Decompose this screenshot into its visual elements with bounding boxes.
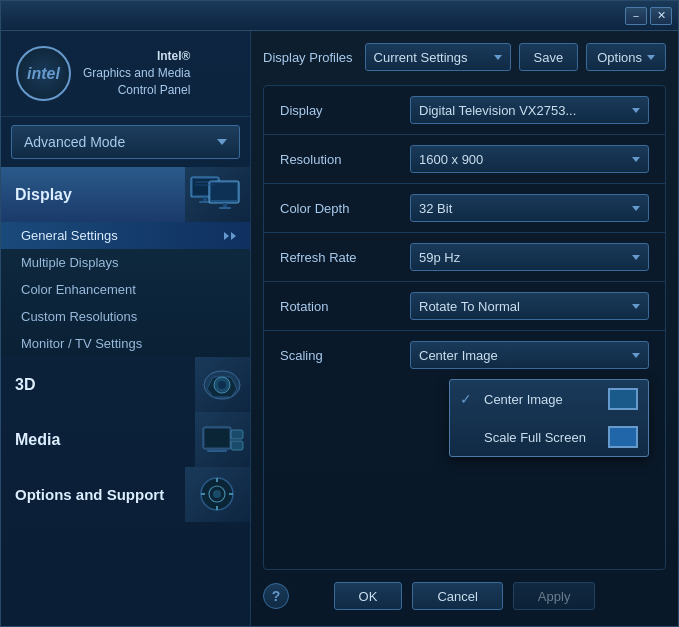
resolution-select[interactable]: 1600 x 900 — [410, 145, 649, 173]
display-control: Digital Television VX2753... — [410, 96, 649, 124]
options-label: Options and Support — [1, 474, 185, 515]
minimize-button[interactable]: − — [625, 7, 647, 25]
scaling-select[interactable]: Center Image — [410, 341, 649, 369]
multiple-displays-label: Multiple Displays — [21, 255, 119, 270]
center-image-label: Center Image — [484, 392, 600, 407]
scaling-option-fullscreen[interactable]: ✓ Scale Full Screen — [450, 418, 648, 456]
svg-rect-16 — [231, 441, 243, 450]
refresh-rate-select[interactable]: 59p Hz — [410, 243, 649, 271]
display-value: Digital Television VX2753... — [419, 103, 576, 118]
scaling-row: Scaling Center Image ✓ Center Image — [264, 331, 665, 379]
svg-rect-5 — [211, 183, 237, 200]
custom-resolutions-label: Custom Resolutions — [21, 309, 137, 324]
advanced-mode-arrow-icon — [217, 139, 227, 145]
subnav-general-settings[interactable]: General Settings — [1, 222, 250, 249]
main-window: − ✕ intel Intel® Graphics and Media Cont… — [0, 0, 679, 627]
svg-rect-17 — [207, 450, 227, 452]
brand-line1: Intel® — [83, 48, 190, 65]
current-settings-arrow-icon — [494, 55, 502, 60]
options-arrow-icon — [647, 55, 655, 60]
subnav-monitor-settings[interactable]: Monitor / TV Settings — [1, 330, 250, 357]
svg-rect-8 — [223, 203, 227, 207]
profiles-bar: Display Profiles Current Settings Save O… — [263, 43, 666, 71]
general-settings-label: General Settings — [21, 228, 118, 243]
logo-area: intel Intel® Graphics and Media Control … — [1, 31, 250, 117]
title-bar: − ✕ — [1, 1, 678, 31]
options-button-label: Options — [597, 50, 642, 65]
current-settings-dropdown[interactable]: Current Settings — [365, 43, 511, 71]
resolution-row: Resolution 1600 x 900 — [264, 135, 665, 184]
nav-item-display[interactable]: Display — [1, 167, 250, 222]
scaling-row-label: Scaling — [280, 348, 410, 363]
svg-rect-15 — [231, 430, 243, 439]
close-button[interactable]: ✕ — [650, 7, 672, 25]
scaling-option-center[interactable]: ✓ Center Image — [450, 380, 648, 418]
color-depth-control: 32 Bit — [410, 194, 649, 222]
color-depth-value: 32 Bit — [419, 201, 452, 216]
center-image-preview — [608, 388, 638, 410]
rotation-select[interactable]: Rotate To Normal — [410, 292, 649, 320]
subnav-custom-resolutions[interactable]: Custom Resolutions — [1, 303, 250, 330]
subnav-color-enhancement[interactable]: Color Enhancement — [1, 276, 250, 303]
color-depth-select[interactable]: 32 Bit — [410, 194, 649, 222]
rotation-row: Rotation Rotate To Normal — [264, 282, 665, 331]
refresh-rate-arrow-icon — [632, 255, 640, 260]
current-settings-label: Current Settings — [374, 50, 468, 65]
rotation-arrow-icon — [632, 304, 640, 309]
options-button[interactable]: Options — [586, 43, 666, 71]
display-subnav: General Settings Multiple Displays Color… — [1, 222, 250, 357]
refresh-rate-row: Refresh Rate 59p Hz — [264, 233, 665, 282]
rotation-control: Rotate To Normal — [410, 292, 649, 320]
apply-button[interactable]: Apply — [513, 582, 596, 610]
media-thumbnail — [195, 412, 250, 467]
3d-thumbnail — [195, 357, 250, 412]
settings-area: Display Digital Television VX2753... Res… — [263, 85, 666, 570]
nav-item-media[interactable]: Media — [1, 412, 250, 467]
svg-point-24 — [213, 490, 221, 498]
resolution-row-label: Resolution — [280, 152, 410, 167]
ok-button[interactable]: OK — [334, 582, 403, 610]
color-enhancement-label: Color Enhancement — [21, 282, 136, 297]
display-arrow-icon — [632, 108, 640, 113]
display-row-label: Display — [280, 103, 410, 118]
scaling-dropdown-menu: ✓ Center Image ✓ Scale Full Screen — [449, 379, 649, 457]
color-depth-row-label: Color Depth — [280, 201, 410, 216]
sidebar: intel Intel® Graphics and Media Control … — [1, 31, 251, 626]
intel-logo-text: intel — [27, 65, 60, 83]
brand-line3: Control Panel — [83, 82, 190, 99]
advanced-mode-dropdown[interactable]: Advanced Mode — [11, 125, 240, 159]
color-depth-row: Color Depth 32 Bit — [264, 184, 665, 233]
display-select[interactable]: Digital Television VX2753... — [410, 96, 649, 124]
resolution-value: 1600 x 900 — [419, 152, 483, 167]
options-thumbnail — [185, 467, 250, 522]
rotation-row-label: Rotation — [280, 299, 410, 314]
nav-item-3d[interactable]: 3D — [1, 357, 250, 412]
refresh-rate-row-label: Refresh Rate — [280, 250, 410, 265]
scaling-control: Center Image — [410, 341, 649, 369]
svg-point-12 — [218, 381, 226, 389]
brand-line2: Graphics and Media — [83, 65, 190, 82]
display-row: Display Digital Television VX2753... — [264, 86, 665, 135]
profiles-label: Display Profiles — [263, 50, 353, 65]
resolution-control: 1600 x 900 — [410, 145, 649, 173]
refresh-rate-control: 59p Hz — [410, 243, 649, 271]
save-button[interactable]: Save — [519, 43, 579, 71]
media-label: Media — [1, 419, 195, 461]
display-label: Display — [1, 174, 185, 216]
svg-rect-14 — [205, 429, 229, 447]
monitor-settings-label: Monitor / TV Settings — [21, 336, 142, 351]
rotation-value: Rotate To Normal — [419, 299, 520, 314]
color-depth-arrow-icon — [632, 206, 640, 211]
nav-item-options[interactable]: Options and Support — [1, 467, 250, 522]
help-button[interactable]: ? — [263, 583, 289, 609]
scaling-arrow-icon — [632, 353, 640, 358]
intel-logo: intel — [16, 46, 71, 101]
content-panel: Display Profiles Current Settings Save O… — [251, 31, 678, 626]
resolution-arrow-icon — [632, 157, 640, 162]
checkmark-icon: ✓ — [460, 391, 476, 407]
display-thumbnail — [185, 167, 250, 222]
main-layout: intel Intel® Graphics and Media Control … — [1, 31, 678, 626]
subnav-multiple-displays[interactable]: Multiple Displays — [1, 249, 250, 276]
advanced-mode-label: Advanced Mode — [24, 134, 125, 150]
cancel-button[interactable]: Cancel — [412, 582, 502, 610]
